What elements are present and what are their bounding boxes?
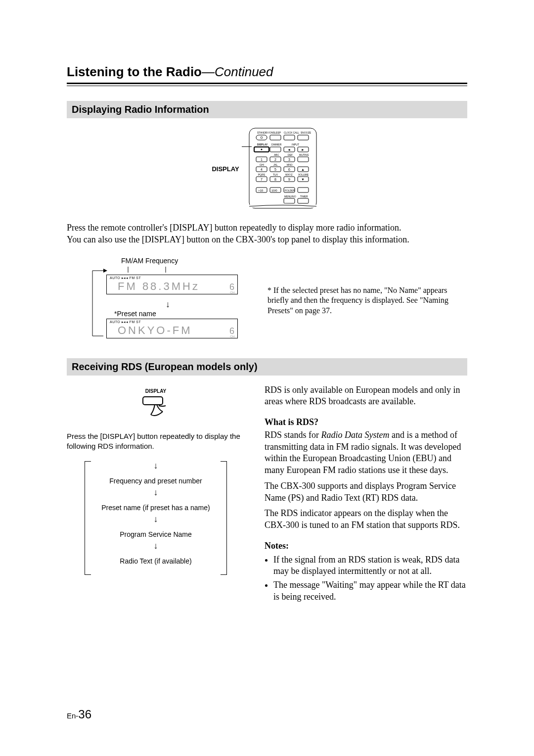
lcd1-chlab: CH [230, 291, 234, 294]
svg-text:MNO: MNO [287, 163, 293, 166]
preset-footnote: * If the selected preset has no name, "N… [267, 285, 450, 316]
svg-text:WXYZ: WXYZ [285, 173, 292, 176]
svg-text:MENU/NO: MENU/NO [284, 195, 296, 198]
down-arrow-icon: ↓ [85, 488, 226, 499]
what-em: Radio Data System [321, 430, 390, 440]
lcd-top-labels: FM/AM Frequency [121, 257, 238, 265]
lcd2-indicators: AUTO ▸◂◂ FM ST [110, 320, 234, 324]
svg-text:PQRS: PQRS [258, 173, 266, 176]
preset-name-label: *Preset name [114, 310, 238, 318]
svg-text:JKL: JKL [273, 163, 278, 166]
lcd2-chlab: CH [230, 335, 234, 338]
svg-text:7: 7 [261, 178, 263, 181]
svg-text:1: 1 [261, 158, 263, 161]
svg-text:STANDBY/ON: STANDBY/ON [257, 131, 273, 134]
svg-text:10/0: 10/0 [271, 189, 277, 192]
svg-text:>10: >10 [258, 189, 264, 192]
svg-text:▼: ▼ [301, 178, 305, 181]
svg-text:VOLUME: VOLUME [298, 173, 309, 176]
what-p1a: RDS stands for [265, 430, 321, 440]
lcd1-indicators: AUTO ▸◂◂ FM ST [110, 276, 234, 280]
lcd-screen-frequency: AUTO ▸◂◂ FM ST FM 88.3MHz 6 CH [106, 275, 238, 294]
svg-text:►: ► [301, 148, 305, 152]
flow-item-ps-name: Program Service Name [85, 525, 226, 541]
svg-text:6: 6 [288, 168, 290, 171]
svg-text:FOLDER: FOLDER [285, 189, 295, 192]
section-heading-rds: Receiving RDS (European models only) [67, 358, 467, 376]
page-num-value: 36 [78, 708, 91, 721]
what-is-rds-p1: RDS stands for Radio Data System and is … [265, 429, 467, 476]
svg-point-6 [261, 137, 263, 139]
notes-heading: Notes: [265, 540, 467, 552]
svg-point-14 [261, 149, 262, 150]
svg-text:◄: ◄ [287, 148, 291, 152]
svg-text:9: 9 [288, 178, 290, 181]
svg-rect-15 [270, 147, 281, 152]
rds-left-column: DISPLAY Press the [DISPLAY] button repea… [67, 384, 245, 575]
label-lines-icon [106, 267, 238, 273]
svg-text:GHI: GHI [260, 163, 264, 166]
svg-text:ABC: ABC [274, 153, 279, 156]
svg-text:CLOCK CALL: CLOCK CALL [284, 131, 299, 134]
svg-text:5: 5 [274, 168, 276, 171]
flow-item-radio-text: Radio Text (if available) [85, 552, 226, 568]
svg-rect-63 [298, 198, 309, 203]
title-suffix: —Continued [202, 64, 273, 79]
page-title: Listening to the Radio—Continued [67, 64, 467, 80]
svg-rect-62 [284, 198, 295, 203]
title-rule [67, 83, 467, 86]
down-arrow-icon: ↓ [85, 461, 226, 472]
svg-rect-8 [284, 135, 295, 140]
svg-rect-5 [256, 135, 267, 140]
svg-text:8: 8 [274, 178, 276, 181]
rds-intro: RDS is only available on European models… [265, 384, 467, 408]
page-number: En-36 [67, 708, 91, 721]
lcd-cycle-diagram: FM/AM Frequency AUTO ▸◂◂ FM ST FM 88.3MH… [106, 257, 238, 338]
note-item-waiting: The message "Waiting" may appear while t… [273, 579, 467, 603]
section1-body: Press the remote controller's [DISPLAY] … [67, 222, 467, 246]
notes-list: If the signal from an RDS station is wea… [265, 554, 467, 603]
svg-text:TIMER: TIMER [300, 195, 308, 198]
what-is-rds-p2: The CBX-300 supports and displays Progra… [265, 480, 467, 504]
svg-rect-67 [143, 397, 163, 405]
rds-flow-diagram: ↓ Frequency and preset number ↓ Preset n… [85, 461, 227, 575]
svg-text:SNOOZE: SNOOZE [301, 131, 312, 134]
svg-text:▲: ▲ [301, 168, 305, 171]
section-heading-display-radio-info: Displaying Radio Information [67, 101, 467, 118]
rds-right-column: RDS is only available on European models… [265, 384, 467, 605]
flow-item-preset-name: Preset name (if preset has a name) [85, 499, 226, 515]
svg-text:2: 2 [274, 158, 276, 161]
remote-controller-icon: STANDBY/ON SLEEP CLOCK CALL SNOOZE DISPL… [243, 127, 322, 209]
remote-diagram-area: DISPLAY STANDBY/ON SLEEP CLOCK CALL SNOO… [67, 127, 467, 211]
lcd1-main: FM 88.3MHz [118, 280, 200, 293]
rds-instruction: Press the [DISPLAY] button repeatedly to… [67, 431, 245, 452]
down-arrow-icon: ↓ [166, 299, 238, 310]
svg-rect-29 [298, 157, 309, 162]
display-callout-label: DISPLAY [212, 165, 239, 173]
callout-line [242, 146, 252, 147]
svg-rect-59 [298, 188, 309, 192]
down-arrow-icon: ↓ [85, 541, 226, 552]
lcd2-main: ONKYO-FM [118, 324, 192, 337]
svg-rect-9 [298, 135, 309, 140]
svg-text:DEF: DEF [288, 153, 293, 156]
flow-item-frequency: Frequency and preset number [85, 472, 226, 488]
page-prefix: En- [67, 711, 78, 720]
svg-text:3: 3 [288, 158, 290, 161]
what-is-rds-heading: What is RDS? [265, 417, 467, 428]
svg-text:INPUT: INPUT [292, 143, 299, 146]
lcd-screen-preset: AUTO ▸◂◂ FM ST ONKYO-FM 6 CH [106, 319, 238, 338]
display-icon-label: DISPLAY [145, 388, 166, 394]
display-button-press-icon: DISPLAY [136, 388, 176, 419]
svg-text:DIMMER: DIMMER [271, 143, 282, 146]
svg-text:4: 4 [261, 168, 263, 171]
svg-text:MUTING: MUTING [299, 153, 309, 156]
svg-text:TUV: TUV [273, 173, 278, 176]
svg-text:DISPLAY: DISPLAY [257, 143, 268, 146]
note-item-weak-signal: If the signal from an RDS station is wea… [273, 554, 467, 578]
title-main: Listening to the Radio [67, 64, 202, 79]
what-is-rds-p3: The RDS indicator appears on the display… [265, 508, 467, 531]
loop-arrow-icon [89, 266, 108, 345]
down-arrow-icon: ↓ [85, 515, 226, 525]
svg-text:SLEEP: SLEEP [273, 131, 281, 134]
